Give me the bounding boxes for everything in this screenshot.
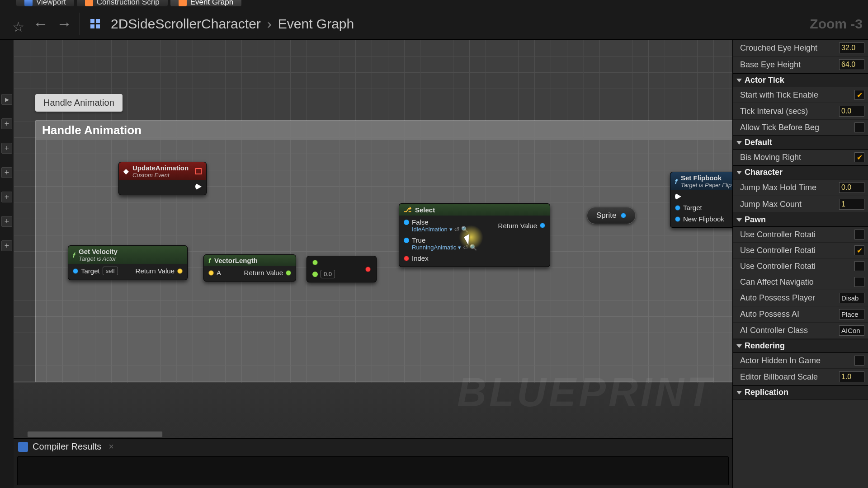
gutter-add-button[interactable]: + — [1, 192, 12, 202]
pin-asset[interactable]: RunningAnimatic — [412, 244, 456, 251]
checkbox[interactable] — [854, 245, 864, 255]
gutter-expand-button[interactable]: ▸ — [1, 94, 12, 105]
property-input[interactable] — [839, 42, 864, 53]
property-select[interactable]: Place — [839, 309, 864, 319]
property-select[interactable]: AICon — [839, 325, 864, 336]
compiler-icon — [18, 442, 28, 452]
category-header[interactable]: Replication — [733, 385, 868, 399]
gutter-add-button[interactable]: + — [1, 143, 12, 154]
property-label: Allow Tick Before Beg — [740, 123, 819, 132]
new-flipbook-pin[interactable]: New Flipbook — [675, 215, 732, 223]
checkbox[interactable] — [854, 261, 864, 271]
property-input[interactable] — [839, 199, 864, 210]
gutter-add-button[interactable]: + — [1, 167, 12, 178]
exec-out-pin[interactable] — [195, 183, 202, 190]
comment-region-title: Handle Animation — [36, 121, 732, 140]
node-header: f Set Flipbook Target is Paper Flip — [670, 172, 732, 190]
float-in-pin[interactable] — [312, 260, 335, 265]
return-pin[interactable]: Return Value — [244, 269, 291, 277]
checkbox[interactable] — [854, 122, 864, 132]
gutter-add-button[interactable]: + — [1, 118, 12, 129]
property-label: Bis Moving Right — [740, 153, 801, 162]
bool-out-pin[interactable] — [365, 267, 371, 272]
horizontal-scrollbar[interactable] — [27, 431, 163, 437]
pin-asset[interactable]: IdleAnimation — [412, 226, 448, 233]
category-header[interactable]: Default — [733, 136, 868, 150]
node-update-animation[interactable]: ◆ UpdateAnimation Custom Event — [118, 162, 207, 195]
details-panel: Crouched Eye Height Base Eye Height Acto… — [732, 40, 868, 488]
pin-label: New Flipbook — [683, 215, 724, 223]
property-input[interactable] — [839, 182, 864, 193]
node-title: Set Flipbook — [681, 174, 731, 182]
pin-default[interactable]: 0.0 — [321, 270, 335, 278]
checkbox[interactable] — [854, 356, 864, 366]
category-header[interactable]: Character — [733, 165, 868, 179]
category-header[interactable]: Actor Tick — [733, 73, 868, 87]
breadcrumb-asset[interactable]: 2DSideScrollerCharacter — [111, 16, 261, 32]
compiler-output[interactable] — [17, 456, 729, 485]
comment-chip[interactable]: Handle Animation — [35, 94, 123, 112]
float-in-pin[interactable]: 0.0 — [312, 270, 335, 278]
function-icon: f — [73, 251, 75, 259]
close-icon[interactable]: × — [108, 441, 114, 452]
vector-pin-icon — [208, 270, 214, 276]
checkbox[interactable] — [854, 152, 864, 162]
property-label: Use Controller Rotati — [740, 246, 816, 255]
browse-icon[interactable]: ⏎ — [454, 226, 459, 233]
property-row: Actor Hidden In Game — [733, 353, 868, 369]
editor-tab-strip: Viewport Construction Scrip Event Graph — [0, 0, 868, 8]
find-icon[interactable]: 🔍 — [470, 244, 477, 251]
node-header: ⎇ Select — [399, 204, 550, 216]
favorite-button[interactable]: ☆ — [5, 12, 29, 36]
exec-in-pin[interactable] — [675, 193, 732, 200]
true-pin[interactable]: True RunningAnimatic▾⏎🔍 — [404, 236, 477, 251]
property-select[interactable]: Disab — [839, 293, 864, 303]
grid-icon — [90, 19, 100, 29]
category-header[interactable]: Rendering — [733, 339, 868, 353]
a-pin[interactable]: A — [208, 269, 221, 277]
function-icon: f — [675, 178, 677, 185]
nav-forward-button[interactable]: → — [52, 12, 76, 36]
false-pin[interactable]: False IdleAnimation▾⏎🔍 — [404, 218, 468, 233]
node-greater-than[interactable]: 0.0 — [307, 256, 377, 282]
nav-home-button[interactable] — [84, 12, 107, 36]
node-select[interactable]: ⎇ Select False IdleAnimation▾⏎🔍 Return V… — [399, 203, 550, 267]
tab-viewport[interactable]: Viewport — [16, 0, 74, 6]
chevron-down-icon — [736, 218, 742, 222]
float-pin-icon — [312, 260, 318, 265]
checkbox[interactable] — [854, 277, 864, 287]
index-pin[interactable]: Index — [404, 254, 429, 262]
checkbox[interactable] — [854, 90, 864, 100]
return-pin[interactable]: Return Value — [498, 222, 545, 230]
property-input[interactable] — [839, 106, 864, 117]
event-delegate-pin[interactable] — [195, 168, 202, 174]
tab-construction[interactable]: Construction Scrip — [77, 0, 168, 6]
graph-canvas[interactable]: BLUEPRINT Handle Animation Handle Animat… — [14, 40, 732, 488]
breadcrumb-graph[interactable]: Event Graph — [278, 16, 354, 32]
node-set-flipbook[interactable]: f Set Flipbook Target is Paper Flip Targ… — [670, 172, 732, 228]
node-variable-sprite[interactable]: Sprite — [587, 207, 636, 224]
star-icon: ☆ — [12, 19, 22, 29]
property-row: Start with Tick Enable — [733, 87, 868, 103]
node-title: Select — [415, 206, 435, 214]
checkbox[interactable] — [854, 230, 864, 239]
event-icon: ◆ — [123, 167, 129, 175]
property-label: Start with Tick Enable — [740, 90, 818, 100]
nav-back-button[interactable]: ← — [29, 12, 52, 36]
target-pin[interactable]: Target — [675, 204, 732, 211]
return-pin[interactable]: Return Value — [136, 267, 183, 275]
target-pin[interactable]: Target self — [73, 267, 118, 275]
gutter-add-button[interactable]: + — [1, 216, 12, 227]
browse-icon[interactable]: ⏎ — [463, 244, 468, 251]
gutter-add-button[interactable]: + — [1, 240, 12, 251]
tab-event-graph[interactable]: Event Graph — [170, 0, 241, 6]
property-input[interactable] — [839, 371, 864, 382]
property-row: Crouched Eye Height — [733, 40, 868, 56]
node-vector-length[interactable]: f VectorLength A Return Value — [203, 254, 296, 282]
property-input[interactable] — [839, 59, 864, 70]
category-label: Character — [745, 168, 783, 177]
property-row: Bis Moving Right — [733, 150, 868, 165]
node-get-velocity[interactable]: f Get Velocity Target is Actor Target se… — [68, 245, 188, 280]
category-header[interactable]: Pawn — [733, 213, 868, 227]
find-icon[interactable]: 🔍 — [461, 226, 468, 233]
